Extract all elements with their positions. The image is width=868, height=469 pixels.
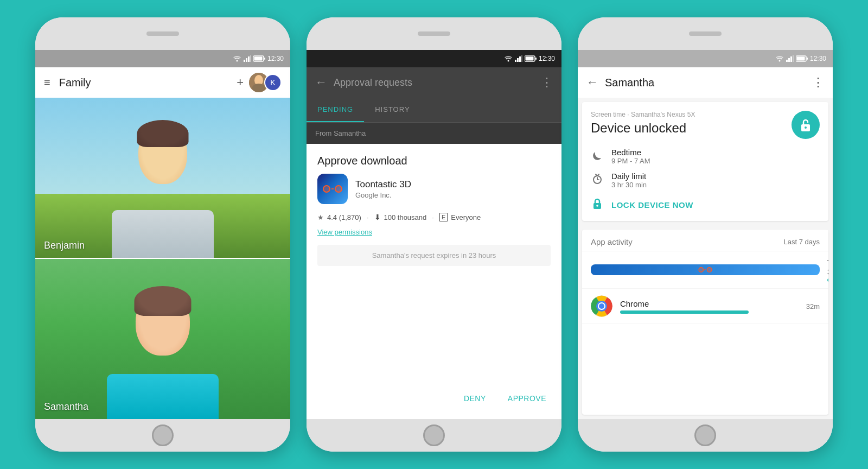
app-rating: 4.4 (1,870) xyxy=(327,213,361,221)
home-button-2[interactable] xyxy=(423,424,445,446)
screen-1: 12:30 ≡ Family + xyxy=(35,50,290,419)
svg-rect-21 xyxy=(788,58,790,62)
approval-title: Approval requests xyxy=(334,77,534,88)
screen-time-items: Bedtime 9 PM - 7 AM xyxy=(591,148,820,212)
lock-open-icon xyxy=(799,117,813,132)
deny-button[interactable]: DENY xyxy=(455,389,495,408)
svg-rect-13 xyxy=(517,58,519,62)
chrome-activity-name: Chrome xyxy=(620,299,799,308)
svg-point-10 xyxy=(252,84,265,92)
lens-left xyxy=(323,185,330,193)
svg-rect-18 xyxy=(525,57,533,61)
toontastic-activity-icon xyxy=(591,264,820,275)
toontastic-app-icon xyxy=(317,174,348,204)
phone-top-3 xyxy=(578,17,833,50)
battery-icon-3 xyxy=(796,55,808,62)
toon-glasses xyxy=(323,183,342,194)
avatar-stack-1: K xyxy=(249,73,282,92)
view-permissions-link[interactable]: View permissions xyxy=(307,226,561,245)
svg-point-0 xyxy=(236,60,238,62)
activity-header: App activity Last 7 days xyxy=(582,230,828,251)
home-button-3[interactable] xyxy=(694,424,716,446)
bedtime-details: Bedtime 9 PM - 7 AM xyxy=(611,148,650,165)
status-time-1: 12:30 xyxy=(267,55,284,62)
wifi-icon-3 xyxy=(775,55,784,62)
lens-bridge xyxy=(331,188,334,189)
photo-samantha xyxy=(35,259,290,419)
meta-sep-2: · xyxy=(432,213,434,221)
approval-from: From Samantha xyxy=(307,123,561,144)
signal-icon-3 xyxy=(786,55,794,62)
stopwatch-icon xyxy=(592,174,603,185)
svg-rect-20 xyxy=(786,60,788,62)
svg-rect-6 xyxy=(264,58,265,60)
download-icon: ⬇ xyxy=(374,213,381,221)
screen-2: 12:30 ← Approval requests ⋮ PENDING HIST… xyxy=(307,50,561,419)
svg-rect-26 xyxy=(796,57,805,61)
approval-toolbar: ← Approval requests ⋮ xyxy=(307,67,561,98)
member-benjamin[interactable]: Benjamin xyxy=(35,98,290,258)
app-details: Toontastic 3D Google Inc. xyxy=(355,179,411,199)
screen-time-status: Device unlocked xyxy=(591,121,695,136)
activity-item-toontastic: Toontastic 3D 41m xyxy=(582,251,828,289)
svg-rect-7 xyxy=(254,57,262,61)
daily-limit-value: 3 hr 30 min xyxy=(611,181,647,189)
phone-3: 12:30 ← Samantha ⋮ Screen time · Samanth… xyxy=(578,17,833,452)
phone-bottom-1 xyxy=(35,419,290,452)
lens-right xyxy=(335,185,342,193)
svg-point-35 xyxy=(596,205,598,207)
more-icon-3[interactable]: ⋮ xyxy=(812,75,824,90)
svg-point-11 xyxy=(507,60,509,62)
app-meta: ★ 4.4 (1,870) · ⬇ 100 thousand · E Every… xyxy=(307,213,561,226)
lens-r xyxy=(707,267,712,272)
status-bar-2: 12:30 xyxy=(307,50,561,67)
status-icons-2: 12:30 xyxy=(504,55,555,62)
lock-device-icon xyxy=(591,198,604,212)
activity-filter[interactable]: Last 7 days xyxy=(784,238,820,246)
screen-3: 12:30 ← Samantha ⋮ Screen time · Samanth… xyxy=(578,50,833,419)
app-developer: Google Inc. xyxy=(355,191,411,199)
daily-limit-item: Daily limit 3 hr 30 min xyxy=(591,172,820,189)
screen-time-info: Screen time · Samantha's Nexus 5X Device… xyxy=(591,111,695,136)
speaker-3 xyxy=(689,31,722,36)
svg-rect-22 xyxy=(790,56,792,62)
menu-icon-1[interactable]: ≡ xyxy=(44,77,50,89)
tab-history[interactable]: HISTORY xyxy=(364,98,420,122)
add-icon-1[interactable]: + xyxy=(237,75,244,90)
svg-point-28 xyxy=(805,126,807,129)
screen-time-label: Screen time · Samantha's Nexus 5X xyxy=(591,111,695,118)
toontastic-activity-details: Toontastic 3D xyxy=(827,258,828,282)
svg-rect-25 xyxy=(807,58,808,60)
phone-top-1 xyxy=(35,17,290,50)
member-name-benjamin: Benjamin xyxy=(44,240,85,251)
photo-benjamin xyxy=(35,98,290,258)
samantha-title: Samantha xyxy=(605,77,806,89)
app-info-row: Toontastic 3D Google Inc. xyxy=(307,174,561,213)
back-icon-3[interactable]: ← xyxy=(586,75,598,90)
chrome-activity-time: 32m xyxy=(806,302,820,310)
toon-glasses-small xyxy=(698,266,712,274)
bedtime-value: 9 PM - 7 AM xyxy=(611,157,650,165)
status-time-3: 12:30 xyxy=(810,55,826,62)
lock-circle-icon[interactable] xyxy=(792,111,820,139)
home-button-1[interactable] xyxy=(152,424,174,446)
member-samantha[interactable]: Samantha xyxy=(35,259,290,419)
status-icons-1: 12:30 xyxy=(233,55,284,62)
toontastic-activity-name: Toontastic 3D xyxy=(827,258,828,276)
approve-button[interactable]: APPROVE xyxy=(499,389,555,408)
svg-rect-2 xyxy=(246,58,247,62)
lock-device-label[interactable]: LOCK DEVICE NOW xyxy=(611,200,693,210)
status-icons-3: 12:30 xyxy=(775,55,826,62)
phone-bottom-2 xyxy=(307,419,561,452)
approval-card: Approve download Toontastic 3D Google In… xyxy=(307,144,561,419)
back-icon-2[interactable]: ← xyxy=(315,75,327,90)
more-icon-2[interactable]: ⋮ xyxy=(541,75,553,90)
tab-pending[interactable]: PENDING xyxy=(307,98,364,122)
signal-icon-2 xyxy=(515,55,522,62)
svg-rect-14 xyxy=(519,56,521,62)
phone-1: 12:30 ≡ Family + xyxy=(35,17,290,452)
lock-closed-icon xyxy=(592,198,603,210)
avatar-letter-1[interactable]: K xyxy=(264,74,282,91)
lock-device-row[interactable]: LOCK DEVICE NOW xyxy=(591,195,820,212)
signal-icon-1 xyxy=(244,55,251,62)
